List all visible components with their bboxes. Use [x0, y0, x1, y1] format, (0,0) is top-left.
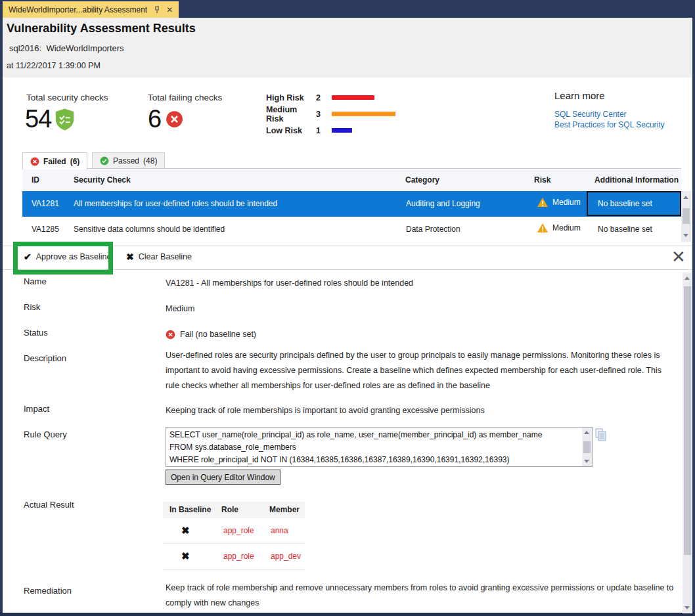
fail-circle-icon — [166, 110, 183, 128]
clear-baseline-label: Clear Baseline — [139, 252, 192, 261]
risk-legend-row-high: High Risk 2 — [266, 89, 395, 106]
query-scrollbar[interactable] — [582, 428, 592, 466]
rule-query-text: SELECT user_name(role_principal_id) as r… — [169, 429, 580, 466]
document-tab-title: WideWorldImporter...ability Assessment — [9, 5, 147, 14]
toolbar-bottom-line — [3, 269, 692, 270]
member-value: app_dev — [271, 552, 301, 561]
not-in-baseline-icon: ✖ — [181, 525, 190, 537]
window-border-left — [0, 18, 3, 616]
clear-baseline-button[interactable]: ✖ Clear Baseline — [126, 252, 192, 261]
table-row-va1285[interactable]: VA1285 Sensitive data columns should be … — [22, 217, 681, 242]
toolbar-top-line — [3, 246, 692, 246]
scan-timestamp: at 11/22/2017 1:39:00 PM — [7, 61, 101, 70]
description-value: User-defined roles are security principa… — [166, 348, 675, 393]
low-risk-count: 1 — [316, 126, 332, 135]
tab-passed[interactable]: Passed (48) — [92, 152, 165, 169]
risk-legend-row-low: Low Risk 1 — [266, 122, 395, 139]
cell-check: All memberships for user-defined roles s… — [74, 199, 277, 208]
actual-result-label: Actual Result — [24, 500, 74, 510]
actual-result-header: In Baseline Role Member — [163, 502, 305, 518]
status-label: Status — [24, 328, 48, 338]
low-risk-label: Low Risk — [266, 126, 316, 135]
server-database-line: sql2016: WideWorldImporters — [9, 43, 124, 53]
passed-tab-label: Passed — [113, 156, 139, 165]
window-border-bottom — [0, 613, 695, 616]
not-in-baseline-icon: ✖ — [181, 550, 190, 562]
medium-risk-bar — [332, 112, 395, 116]
col-role: Role — [221, 505, 238, 514]
cell-additional-info: No baseline set — [598, 225, 652, 234]
cell-category: Auditing and Logging — [406, 199, 480, 208]
tab-close-icon[interactable]: ✕ — [166, 6, 173, 14]
details-scroll-up-icon[interactable] — [684, 276, 690, 280]
query-scrollbar-thumb[interactable] — [583, 441, 591, 453]
high-risk-count: 2 — [316, 93, 332, 102]
low-risk-bar — [332, 128, 352, 133]
high-risk-bar — [332, 95, 374, 100]
col-in-baseline: In Baseline — [169, 505, 211, 514]
pin-icon[interactable] — [153, 6, 160, 14]
query-scroll-down-icon[interactable] — [584, 460, 589, 463]
approve-as-baseline-label: Approve as Baseline — [36, 252, 112, 261]
actual-result-row-2: ✖ app_role app_dev — [163, 544, 305, 569]
cell-id: VA1281 — [32, 199, 59, 208]
check-icon: ✔ — [24, 252, 32, 261]
col-id: ID — [32, 175, 39, 185]
impact-value: Keeping track of role memberships is imp… — [166, 403, 675, 418]
risk-legend-row-medium: Medium Risk 3 — [266, 106, 395, 122]
cell-category: Data Protection — [406, 225, 460, 234]
grid-scroll-down-icon[interactable] — [683, 234, 688, 237]
details-scroll-down-icon[interactable] — [684, 606, 690, 609]
link-best-practices[interactable]: Best Practices for SQL Security — [554, 120, 665, 131]
tab-failed[interactable]: Failed (6) — [22, 152, 87, 169]
failing-checks-stat: 6 — [148, 105, 183, 133]
cell-id: VA1285 — [32, 225, 59, 234]
warning-triangle-icon — [537, 198, 548, 207]
grid-scrollbar[interactable] — [681, 191, 691, 242]
medium-risk-label: Medium Risk — [266, 105, 316, 123]
passed-tab-count: (48) — [143, 156, 157, 165]
query-scroll-up-icon[interactable] — [584, 431, 589, 434]
status-value: Fail (no baseline set) — [180, 327, 256, 342]
total-checks-stat: 54 — [25, 105, 76, 133]
total-checks-label: Total security checks — [26, 93, 108, 102]
passed-tab-icon — [100, 156, 109, 165]
role-value: app_role — [223, 552, 254, 561]
name-label: Name — [24, 276, 47, 286]
col-category: Category — [405, 175, 439, 185]
risk-label: Risk — [24, 302, 40, 312]
grid-scrollbar-thumb[interactable] — [683, 208, 690, 224]
risk-text: Medium — [552, 223, 581, 232]
link-sql-security-center[interactable]: SQL Security Center — [554, 109, 627, 120]
medium-risk-count: 3 — [316, 110, 332, 119]
failed-tab-count: (6) — [70, 157, 80, 166]
cell-risk: Medium — [537, 223, 581, 232]
rule-query-label: Rule Query — [24, 429, 67, 439]
document-tab[interactable]: WideWorldImporter...ability Assessment ✕ — [3, 1, 179, 18]
grid-scroll-up-icon[interactable] — [683, 196, 688, 199]
warning-triangle-icon — [537, 223, 548, 232]
copy-query-icon[interactable] — [595, 428, 606, 441]
col-member: Member — [269, 505, 300, 514]
risk-legend: High Risk 2 Medium Risk 3 Low Risk 1 — [266, 89, 395, 139]
table-row-va1281[interactable]: VA1281 All memberships for user-defined … — [22, 191, 681, 217]
description-label: Description — [24, 353, 66, 363]
failed-tab-icon — [30, 157, 39, 166]
open-in-query-editor-button[interactable]: Open in Query Editor Window — [166, 470, 280, 485]
failing-checks-value: 6 — [148, 105, 161, 133]
database-name: WideWorldImporters — [46, 43, 123, 53]
details-close-icon[interactable]: ✕ — [671, 248, 686, 265]
col-additional-info: Additional Information — [594, 175, 679, 185]
rule-query-textbox[interactable]: SELECT user_name(role_principal_id) as r… — [166, 427, 593, 467]
details-scrollbar-thumb[interactable] — [684, 286, 691, 555]
name-value: VA1281 - All memberships for user-define… — [166, 276, 413, 291]
actual-result-row-1: ✖ app_role anna — [163, 518, 305, 543]
total-checks-value: 54 — [25, 105, 51, 133]
server-name: sql2016: — [9, 43, 41, 53]
approve-as-baseline-button[interactable]: ✔ Approve as Baseline — [24, 252, 111, 261]
risk-text: Medium — [552, 198, 581, 207]
shield-checklist-icon — [54, 108, 76, 131]
details-scrollbar[interactable] — [683, 273, 692, 613]
cell-check: Sensitive data columns should be identif… — [74, 225, 225, 234]
remediation-value: Keep track of role membership and remove… — [166, 581, 675, 611]
